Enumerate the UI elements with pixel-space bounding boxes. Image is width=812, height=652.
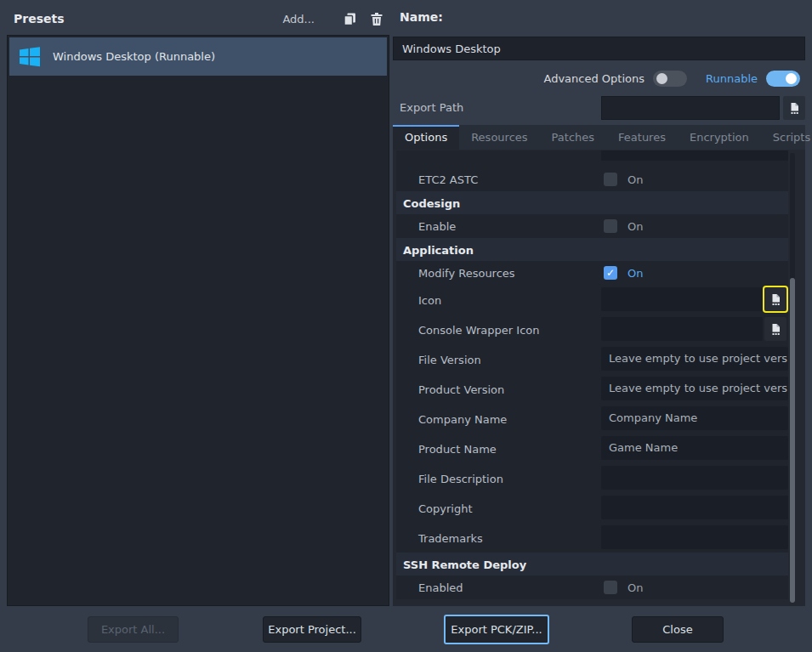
presets-panel: Presets Add... Windows Desktop (Runna [7,0,389,606]
preset-name-input[interactable]: Windows Desktop [393,37,805,60]
tree-row: File VersionLeave empty to use project v… [396,344,788,374]
file-browse-icon [769,323,782,336]
export-path-label: Export Path [400,101,463,114]
option-label: Copyright [418,502,473,514]
export-tabs: OptionsResourcesPatchesFeaturesEncryptio… [393,125,805,150]
tree-row: Product VersionLeave empty to use projec… [396,374,788,404]
category-label: Application [403,243,474,256]
checkbox[interactable]: ✓ [604,266,617,280]
tree-category-row: Application [396,238,788,261]
option-text-input[interactable]: Company Name [601,406,788,430]
tab-scripts[interactable]: Scripts [761,125,812,150]
checkbox[interactable] [604,219,617,233]
option-label: ETC2 ASTC [418,173,478,186]
name-label: Name: [400,10,443,24]
close-button[interactable]: Close [632,616,724,643]
export-path-input[interactable] [601,96,780,120]
option-label: Enable [418,220,456,233]
export-dialog: Presets Add... Windows Desktop (Runna [0,0,812,652]
checkbox[interactable] [604,173,617,186]
tree-row: Product NameGame Name [396,434,788,463]
option-text-input[interactable] [601,466,788,490]
option-label: File Version [418,353,481,366]
option-label: File Description [418,472,503,485]
option-label: Console Wrapper Icon [418,323,539,336]
file-browse-button[interactable] [764,317,786,341]
option-text-input[interactable]: Leave empty to use project vers [601,347,788,371]
runnable-label: Runnable [706,72,758,85]
export-pck-zip-button[interactable]: Export PCK/ZIP... [444,615,549,644]
tree-row: Icon [396,285,788,315]
category-label: Codesign [403,196,460,209]
trash-icon [370,12,383,26]
checkbox-state-label: On [627,220,643,233]
file-browse-icon [769,293,782,306]
presets-title: Presets [14,12,65,26]
tree-row: Copyright [396,493,788,523]
add-preset-button[interactable]: Add... [282,13,315,26]
option-text-input[interactable]: Game Name [601,436,788,460]
option-label: Modify Resources [418,267,515,280]
toggle-knob [786,73,797,84]
checkbox-state-label: On [627,173,643,186]
tab-encryption[interactable]: Encryption [678,125,761,150]
options-tree: ETC2 ASTCOnCodesignEnableOnApplicationMo… [396,150,788,599]
option-label: Icon [418,293,441,306]
tab-options[interactable]: Options [393,125,459,150]
tree-row [396,150,788,167]
option-label: Product Version [418,383,504,395]
copy-icon [343,12,357,26]
preset-list[interactable]: Windows Desktop (Runnable) [7,35,389,606]
option-label: Trademarks [418,531,483,544]
presets-header: Presets Add... [14,8,386,30]
checkbox-state-label: On [627,267,643,280]
tree-row: EnabledOn [396,575,788,599]
preset-settings-panel: Name: Windows Desktop Advanced Options R… [393,0,805,606]
tab-features[interactable]: Features [606,125,678,150]
option-label: Company Name [418,412,507,425]
tree-row: Trademarks [396,523,788,553]
preset-list-item[interactable]: Windows Desktop (Runnable) [9,37,387,76]
tree-row: Modify Resources✓On [396,261,788,285]
tab-patches[interactable]: Patches [540,125,606,150]
option-text-input[interactable] [601,287,763,311]
tree-row: File Description [396,463,788,493]
checkbox-state-label: On [627,581,643,594]
duplicate-preset-button[interactable] [340,9,359,28]
option-text-input[interactable] [601,525,788,549]
tree-row: ETC2 ASTCOn [396,167,788,191]
option-text-input[interactable]: Leave empty to use project vers [601,377,788,400]
toggle-knob [656,73,667,84]
tab-resources[interactable]: Resources [459,125,539,150]
tree-category-row: Codesign [396,191,788,214]
windows-logo-icon [18,45,42,69]
option-text-input[interactable] [601,496,788,519]
export-all-button: Export All... [88,616,179,643]
export-project-button[interactable]: Export Project... [263,616,361,643]
toggles-row: Advanced Options Runnable [543,68,800,88]
export-path-browse-button[interactable] [783,96,805,120]
tree-category-row: SSH Remote Deploy [396,553,788,575]
option-text-input[interactable] [601,317,763,341]
tree-row: Company NameCompany Name [396,404,788,434]
tree-row: Console Wrapper Icon [396,315,788,344]
delete-preset-button[interactable] [367,9,386,28]
partial-field [601,150,788,161]
scrollbar-thumb[interactable] [790,278,795,603]
option-label: Product Name [418,442,497,455]
options-tabpanel: ETC2 ASTCOnCodesignEnableOnApplicationMo… [393,150,805,606]
checkbox[interactable] [604,581,617,594]
option-label: Enabled [418,581,463,594]
category-label: SSH Remote Deploy [403,558,526,570]
advanced-options-label: Advanced Options [543,72,644,85]
advanced-options-toggle[interactable] [653,71,687,87]
tree-row: EnableOn [396,214,788,238]
scrollbar-track[interactable] [790,153,795,603]
file-browse-icon [788,102,801,115]
runnable-toggle[interactable] [766,71,800,87]
preset-item-label: Windows Desktop (Runnable) [53,50,215,63]
file-browse-button[interactable] [764,287,786,311]
